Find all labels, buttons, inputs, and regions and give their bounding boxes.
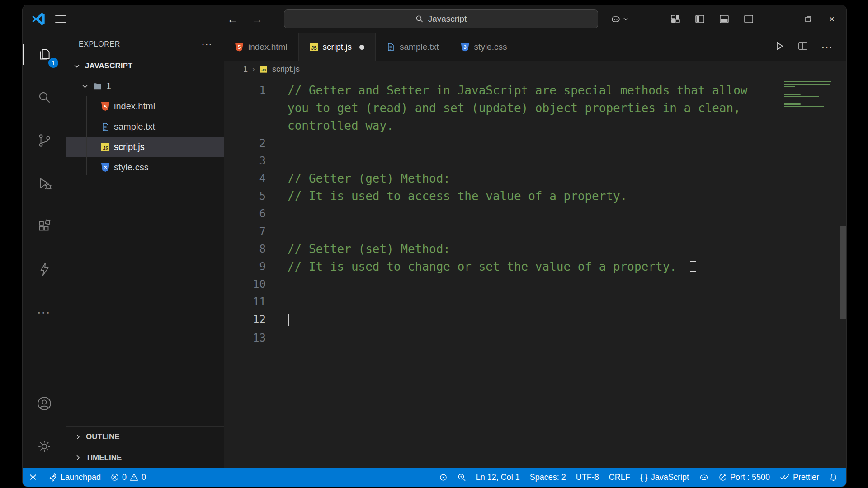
code-text <box>288 205 755 223</box>
minimap-line <box>784 96 819 97</box>
scrollbar-thumb[interactable] <box>840 226 846 319</box>
split-editor-icon[interactable] <box>797 41 808 53</box>
eol-indicator[interactable]: CRLF <box>604 468 635 487</box>
breadcrumb[interactable]: 1 › JS script.js <box>224 61 846 77</box>
editor-line[interactable]: 6 <box>224 205 781 223</box>
launchpad-button[interactable]: Launchpad <box>43 468 106 487</box>
file-row-script.js[interactable]: JSscript.js <box>66 137 224 157</box>
code-text <box>288 329 755 347</box>
maximize-button[interactable] <box>798 10 818 28</box>
editor-line[interactable]: 10 <box>224 276 781 293</box>
customize-layout-icon[interactable] <box>666 10 684 28</box>
vertical-scrollbar[interactable] <box>840 77 846 468</box>
menu-icon[interactable] <box>55 15 66 23</box>
prettier-status[interactable]: Prettier <box>775 468 824 487</box>
activity-bar: 1 ⋯ <box>23 33 66 468</box>
explorer-more-actions-icon[interactable]: ⋯ <box>201 38 213 51</box>
js-icon: JS <box>260 66 267 72</box>
editor-line[interactable]: 2 <box>224 135 781 152</box>
file-row-style.css[interactable]: 3style.css <box>66 157 224 178</box>
editor-line[interactable]: 8// Setter (set) Method: <box>224 240 781 258</box>
remote-indicator[interactable] <box>23 468 43 487</box>
editor-line[interactable]: 9// It is used to change or set the valu… <box>224 258 781 276</box>
command-center-search[interactable]: Javascript <box>284 9 598 28</box>
editor-line[interactable]: 12 <box>224 311 781 329</box>
folder-row[interactable]: 1 <box>66 76 224 96</box>
toggle-sidebar-icon[interactable] <box>691 10 709 28</box>
editor-line[interactable]: 3 <box>224 152 781 170</box>
line-number: 5 <box>224 188 266 205</box>
explorer-badge: 1 <box>48 58 58 68</box>
account-icon[interactable] <box>23 382 66 425</box>
source-control-icon[interactable] <box>23 119 66 162</box>
indentation-indicator[interactable]: Spaces: 2 <box>525 468 571 487</box>
file-name: script.js <box>114 142 145 152</box>
breadcrumb-folder[interactable]: 1 <box>243 65 248 74</box>
search-icon <box>415 15 424 23</box>
file-row-sample.txt[interactable]: sample.txt <box>66 117 224 137</box>
settings-gear-icon[interactable] <box>23 425 66 468</box>
close-button[interactable]: × <box>822 10 842 28</box>
modified-dot-icon[interactable] <box>359 45 364 50</box>
tab-style.css[interactable]: 3style.css <box>450 33 519 61</box>
run-code-button[interactable] <box>774 41 785 53</box>
chevron-down-icon <box>623 16 628 22</box>
txt-file-icon <box>101 123 109 131</box>
crosshair-icon <box>439 473 448 482</box>
code-text <box>288 293 755 311</box>
explorer-activity-icon[interactable]: 1 <box>23 33 66 76</box>
title-bar: ← → Javascript <box>23 5 846 33</box>
code-text <box>288 276 755 293</box>
search-activity-icon[interactable] <box>23 76 66 119</box>
encoding-indicator[interactable]: UTF-8 <box>571 468 604 487</box>
breadcrumb-file[interactable]: script.js <box>272 65 300 74</box>
live-server-port[interactable]: Port : 5500 <box>714 468 775 487</box>
language-mode[interactable]: { } JavaScript <box>635 468 694 487</box>
tab-index.html[interactable]: 5index.html <box>224 33 299 61</box>
mouse-text-cursor <box>690 260 696 273</box>
folder-label: 1 <box>106 81 111 91</box>
copilot-status[interactable] <box>694 468 714 487</box>
forward-arrow-icon[interactable]: → <box>251 12 263 26</box>
tab-sample.txt[interactable]: sample.txt <box>376 33 450 61</box>
extensions-icon[interactable] <box>23 205 66 248</box>
editor-line[interactable]: 13 <box>224 329 781 347</box>
timeline-panel-label: TIMELINE <box>86 453 122 462</box>
editor-line[interactable]: 7 <box>224 223 781 240</box>
tab-bar: 5index.htmlJSscript.jssample.txt3style.c… <box>224 33 846 61</box>
live-preview-icon[interactable] <box>23 248 66 291</box>
screencast-indicator[interactable] <box>434 468 453 487</box>
errors-count: 0 <box>122 473 127 482</box>
more-views-icon[interactable]: ⋯ <box>23 291 66 333</box>
cursor-position[interactable]: Ln 12, Col 1 <box>471 468 525 487</box>
editor-more-actions-icon[interactable]: ⋯ <box>821 40 834 54</box>
back-arrow-icon[interactable]: ← <box>227 12 239 26</box>
notifications-bell[interactable] <box>824 468 843 487</box>
copilot-icon <box>610 14 621 24</box>
toggle-panel-icon[interactable] <box>715 10 733 28</box>
timeline-panel-header[interactable]: TIMELINE <box>66 447 224 468</box>
code-editor[interactable]: 1// Getter and Setter in JavaScript are … <box>224 77 846 468</box>
problems-indicator[interactable]: 0 0 <box>106 468 151 487</box>
outline-panel-header[interactable]: OUTLINE <box>66 426 224 447</box>
workspace-section[interactable]: JAVASCRIPT <box>66 56 224 76</box>
file-row-index.html[interactable]: 5index.html <box>66 96 224 117</box>
editor-line[interactable]: 4// Getter (get) Method: <box>224 170 781 188</box>
errors-icon <box>111 473 119 481</box>
text-caret <box>288 314 289 326</box>
editor-line[interactable]: 5// It is used to access the value of a … <box>224 188 781 205</box>
line-number: 1 <box>224 82 266 135</box>
tab-script.js[interactable]: JSscript.js <box>299 33 376 61</box>
code-text: // It is used to access the value of a p… <box>288 188 755 205</box>
toggle-secondary-sidebar-icon[interactable] <box>740 10 758 28</box>
file-name: style.css <box>114 162 149 173</box>
minimap[interactable] <box>781 77 840 468</box>
editor-lines: 1// Getter and Setter in JavaScript are … <box>224 77 781 468</box>
editor-line[interactable]: 1// Getter and Setter in JavaScript are … <box>224 82 781 135</box>
run-debug-icon[interactable] <box>23 162 66 205</box>
editor-line[interactable]: 11 <box>224 293 781 311</box>
minimize-button[interactable] <box>775 10 795 28</box>
zoom-indicator[interactable] <box>453 468 471 487</box>
copilot-menu[interactable] <box>610 14 628 24</box>
warnings-count: 0 <box>142 473 146 482</box>
